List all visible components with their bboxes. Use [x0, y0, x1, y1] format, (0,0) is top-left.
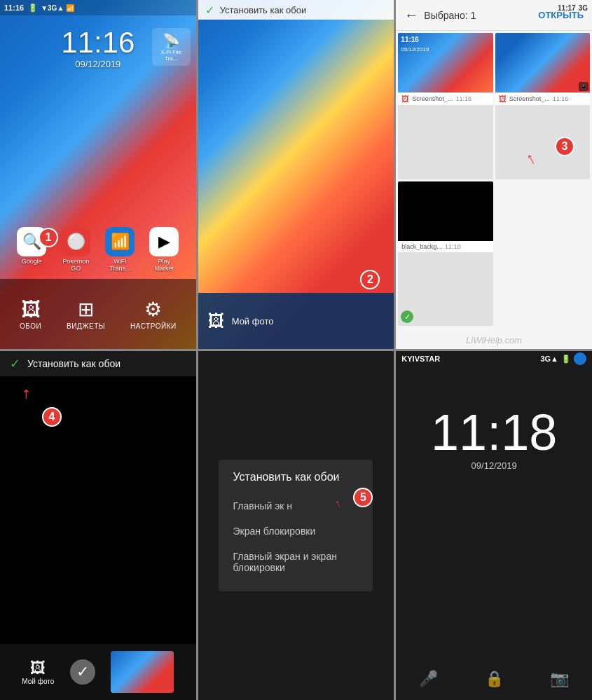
- thumb-3: [398, 181, 493, 241]
- step-2-badge: 2: [360, 270, 380, 289]
- battery-6: 🔋: [561, 355, 571, 364]
- dialog-option-both[interactable]: Главный экран и экран блокировки: [233, 544, 359, 580]
- cell2-topbar: ✓ Установить как обои: [198, 0, 394, 20]
- dock: 🖼 ОБОИ ⊞ ВИДЖЕТЫ ⚙ НАСТРОЙКИ: [0, 279, 196, 349]
- pokemon-label: Pokemon GO: [60, 258, 92, 272]
- wifi-widget-icon: 📡: [156, 32, 186, 49]
- gallery-item-3[interactable]: ✓ black_backg... 11:10: [398, 181, 493, 327]
- battery-1: 🔋: [28, 4, 38, 13]
- back-button[interactable]: ←: [404, 7, 418, 23]
- mic-icon[interactable]: 🎤: [419, 670, 438, 688]
- cell4-dock-preview: [111, 651, 174, 693]
- status-bar-3: 11:17 3G: [553, 0, 592, 15]
- cell4-bar-text: Установить как обои: [27, 358, 121, 369]
- selected-count: Выбрано: 1: [424, 10, 532, 21]
- lock-clock: 11:18 09/12/2019: [396, 407, 592, 471]
- cell4-preview-thumb: [111, 651, 174, 693]
- dock-settings[interactable]: ⚙ НАСТРОЙКИ: [130, 298, 177, 330]
- user-icon: 👤: [574, 352, 586, 365]
- cell4-check-icon: ✓: [70, 659, 95, 685]
- img-name-1: Screenshot_...: [412, 95, 453, 102]
- cell4-check: ✓: [10, 356, 20, 371]
- cell4-bar: ✓ Установить как обои: [0, 351, 196, 376]
- cell-gallery: ← Выбрано: 1 ОТКРЫТЬ 11:17 3G 11:16 09/1…: [396, 0, 592, 349]
- gallery-item-2[interactable]: 📱 🖼 Screenshot_... 11:16: [495, 33, 590, 179]
- pokemon-icon: ⚪: [61, 227, 90, 256]
- cell-dialog: Установить как обои Главный эк н Экран б…: [198, 351, 394, 700]
- cell-lockscreen: KYIVSTAR 3G▲ 🔋 👤 11:18 09/12/2019 🎤 🔒 📷: [396, 351, 592, 700]
- gallery-grid: 11:16 09/12/2019 🖼 Screenshot_... 11:16 …: [396, 31, 592, 328]
- gallery-info-1: 🖼 Screenshot_... 11:16: [398, 92, 493, 105]
- cell2-bar-text: Установить как обои: [220, 5, 307, 15]
- gallery-info-2: 🖼 Screenshot_... 11:16: [495, 92, 590, 105]
- cell-homescreen: 11:16 🔋 ▼3G▲ 📶 11:16 09/12/2019 📡 X-Fi F…: [0, 0, 196, 349]
- gallery-item-1[interactable]: 11:16 09/12/2019 🖼 Screenshot_... 11:16: [398, 33, 493, 179]
- myfoto-icon: 🖼: [208, 311, 225, 331]
- lock-bottom-bar: 🎤 🔒 📷: [396, 658, 592, 700]
- tutorial-grid: 11:16 🔋 ▼3G▲ 📶 11:16 09/12/2019 📡 X-Fi F…: [0, 0, 592, 700]
- wallpaper-dock-icon: 🖼: [20, 298, 41, 321]
- watermark: LiWiHelp.com: [396, 335, 592, 345]
- img-name-3: black_backg...: [401, 243, 442, 250]
- lock-date: 09/12/2019: [396, 460, 592, 471]
- time-3: 11:17: [558, 4, 576, 12]
- step-1-badge: 1: [39, 228, 58, 247]
- step-4-badge: 4: [42, 407, 62, 427]
- dialog-option-lock[interactable]: Экран блокировки: [233, 519, 359, 544]
- myfoto-label: Мой фото: [232, 316, 274, 327]
- img-time-2: 11:16: [553, 95, 569, 102]
- img-time-3: 11:10: [445, 243, 461, 250]
- thumb-2: 📱: [495, 33, 590, 92]
- img-name-2: Screenshot_...: [509, 95, 550, 102]
- thumb-2-apps: 📱: [579, 82, 588, 91]
- widgets-dock-icon: ⊞: [67, 298, 105, 321]
- app-pokemon[interactable]: ⚪ Pokemon GO: [60, 227, 92, 272]
- camera-icon[interactable]: 📷: [550, 670, 569, 688]
- check-icon: ✓: [205, 4, 214, 17]
- wifi-label: WiFi Trans...: [104, 258, 136, 272]
- app-wifi[interactable]: 📶 WiFi Trans...: [104, 227, 136, 272]
- selected-checkmark: ✓: [401, 310, 413, 323]
- cell4-dock: 🖼 Мой фото ✓: [0, 644, 196, 700]
- dock-label-widgets: ВИДЖЕТЫ: [67, 322, 105, 330]
- step-4-arrow: ↗: [17, 385, 35, 403]
- wifi-app-icon: 📶: [105, 227, 135, 256]
- img-icon-1: 🖼: [401, 95, 409, 103]
- cell-wallpaper-chooser: ✓ Установить как обои 🖼 Мой фото 2 ↓: [198, 0, 394, 349]
- signal-3: 3G: [579, 4, 588, 12]
- wifi-widget: 📡 X-Fi File Tra...: [152, 28, 191, 66]
- play-label: Play Market: [149, 258, 180, 272]
- img-icon-2: 🖼: [499, 95, 507, 103]
- status-bar-1: 11:16 🔋 ▼3G▲ 📶: [0, 0, 196, 15]
- clock-time-1: 11:16: [61, 28, 135, 57]
- cell4-myfoto-icon: 🖼: [22, 659, 54, 678]
- clock-widget: 11:16 09/12/2019: [61, 28, 135, 69]
- dock-wallpaper[interactable]: 🖼 ОБОИ: [20, 298, 41, 330]
- status-icons: 3G▲ 🔋 👤: [540, 352, 586, 365]
- settings-dock-icon: ⚙: [130, 298, 177, 321]
- wallpaper-dialog: Установить как обои Главный эк н Экран б…: [219, 460, 373, 591]
- lockscreen-statusbar: KYIVSTAR 3G▲ 🔋 👤: [396, 351, 592, 366]
- gallery-info-3: ✓ black_backg... 11:10: [398, 241, 493, 252]
- cell-black-wallpaper: ✓ Установить как обои 🖼 Мой фото ✓ 4 ↗: [0, 351, 196, 700]
- dock-label-wallpaper: ОБОИ: [20, 322, 41, 330]
- play-icon: ▶: [149, 227, 179, 256]
- lock-icon[interactable]: 🔒: [485, 670, 504, 688]
- cell4-myfoto-label: Мой фото: [22, 678, 54, 685]
- cell4-dock-myfoto[interactable]: 🖼 Мой фото: [22, 659, 54, 685]
- step-3-badge: 3: [555, 137, 574, 156]
- signal-1: ▼3G▲ 📶: [41, 4, 74, 12]
- clock-date-1: 09/12/2019: [61, 59, 135, 69]
- signal-6: 3G▲: [540, 355, 558, 363]
- lock-time: 11:18: [396, 407, 592, 458]
- wifi-widget-label: X-Fi File Tra...: [156, 49, 186, 62]
- cell4-dock-check[interactable]: ✓: [70, 659, 95, 685]
- app-playmarket[interactable]: ▶ Play Market: [149, 227, 180, 272]
- status-time-1: 11:16: [4, 4, 24, 12]
- carrier-name: KYIVSTAR: [401, 355, 440, 363]
- dialog-title: Установить как обои: [233, 471, 359, 483]
- img-time-1: 11:16: [455, 95, 471, 102]
- dock-label-settings: НАСТРОЙКИ: [130, 322, 177, 330]
- dock-widgets[interactable]: ⊞ ВИДЖЕТЫ: [67, 298, 105, 330]
- myfoto-bar[interactable]: 🖼 Мой фото: [198, 293, 394, 349]
